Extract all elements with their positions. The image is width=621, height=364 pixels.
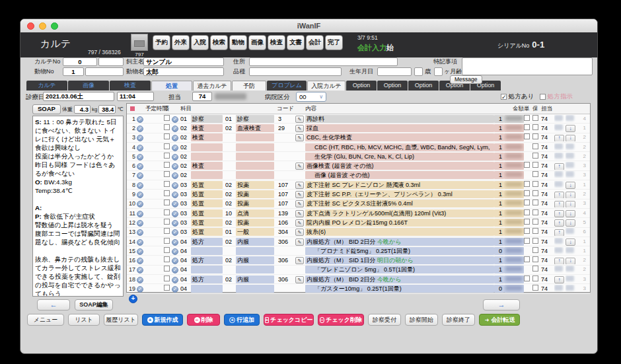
item-content[interactable]: 内服処方（M） BID 2日分 今晩から (305, 238, 494, 246)
done-checkbox-cell[interactable] (164, 200, 172, 207)
minimize-window-button[interactable] (39, 22, 46, 30)
pencil-cell[interactable]: ✎ (295, 238, 305, 246)
quantity[interactable]: 0 (494, 247, 504, 255)
category-name[interactable]: 処置 (191, 228, 223, 236)
visit-time-field[interactable]: 11:04 (117, 92, 154, 101)
done-checkbox[interactable] (164, 256, 170, 262)
category-name[interactable] (191, 247, 223, 255)
category-code[interactable]: 03 (180, 228, 191, 236)
footer-button-メニュー[interactable]: メニュー (27, 314, 64, 326)
redacted-slot[interactable] (554, 115, 563, 121)
done-check-icon[interactable]: ✓ (172, 248, 178, 255)
category-code[interactable]: 02 (180, 143, 191, 151)
insurance-checkbox[interactable] (532, 285, 538, 291)
move-up-button[interactable]: ↑ (554, 229, 564, 237)
move-up-cell[interactable] (554, 238, 566, 246)
staff-no[interactable]: 74 (541, 285, 554, 293)
row-number[interactable]: 6 (127, 162, 137, 170)
move-down-cell[interactable]: ↓ (566, 238, 577, 246)
row-number[interactable]: 15 (127, 247, 137, 255)
move-up-cell[interactable] (554, 115, 566, 123)
planned-check-cell[interactable]: ✓ (137, 285, 145, 293)
insurance-checkbox[interactable] (532, 115, 538, 121)
scheduled-time-cell[interactable] (145, 238, 164, 246)
subcategory-code[interactable]: 02 (225, 256, 236, 264)
quantity[interactable]: 1 (494, 143, 504, 151)
edit-pencil-icon[interactable]: ✎ (295, 210, 304, 217)
category-name[interactable]: 処置 (191, 200, 223, 207)
insurance-checkbox[interactable] (532, 238, 538, 244)
move-up-cell[interactable]: ↑ (554, 162, 566, 170)
category-name[interactable] (191, 171, 223, 179)
subcategory-code[interactable] (225, 171, 236, 179)
item-content[interactable]: CBC (HT, RBC, Hb, MCV, MCHC, 血漿, WBC, Ba… (305, 143, 494, 151)
subcategory-code[interactable]: 02 (225, 238, 236, 246)
insurance-checkbox[interactable] (532, 124, 538, 130)
unit-checkbox[interactable] (524, 209, 530, 215)
amount-cell[interactable] (504, 247, 524, 255)
subcategory-code[interactable]: 02 (225, 200, 236, 207)
move-down-cell[interactable]: ↓ (566, 219, 577, 227)
move-down-cell[interactable]: ↓ (566, 133, 577, 141)
move-down-cell[interactable] (566, 115, 577, 123)
subcategory-code[interactable] (225, 162, 236, 170)
table-row[interactable]: 18✓✓04処方02内服306✎内服処方（M） BID 2日分 今晩から174↑… (127, 275, 590, 284)
item-content[interactable]: 画像検査 (超音波 その他) (305, 162, 494, 170)
move-up-cell[interactable] (554, 181, 566, 189)
scheduled-time-cell[interactable] (145, 266, 164, 273)
done-checkbox-cell[interactable] (164, 153, 172, 161)
planned-check-cell[interactable]: ✓ (137, 162, 145, 170)
table-row[interactable]: 12✓✓03処置02投薬106✎院内内服 PO レメロン錠15mg 0.166T… (127, 218, 590, 227)
subcategory-name[interactable]: 投薬 (236, 219, 274, 227)
done-checkbox-cell[interactable] (164, 256, 172, 264)
subcategory-name[interactable] (236, 247, 274, 255)
insurance-checkbox-cell[interactable] (532, 124, 541, 132)
row-number[interactable]: 10 (127, 200, 137, 207)
category-name[interactable] (191, 153, 223, 161)
redacted-slot[interactable] (554, 266, 563, 272)
copy-plus-icon[interactable]: + (265, 317, 270, 323)
staff-no[interactable]: 74 (541, 115, 554, 123)
redacted-amount[interactable] (505, 229, 523, 234)
unit-checkbox-cell[interactable] (524, 181, 532, 189)
subcategory-name[interactable]: 診察 (236, 115, 274, 123)
move-up-button[interactable]: ↑ (554, 219, 564, 227)
redacted-slot[interactable] (554, 285, 563, 291)
karte-no-sub-field[interactable] (98, 57, 124, 66)
item-content[interactable]: 皮下注射 SC ビクタスS注射液5% 0.4ml (305, 200, 494, 207)
quantity[interactable]: 1 (494, 133, 504, 141)
subcategory-code[interactable]: 01 (225, 228, 236, 236)
amount-cell[interactable] (504, 124, 524, 132)
planned-check-cell[interactable]: ✓ (137, 153, 145, 161)
done-check-icon[interactable]: ✓ (172, 239, 178, 246)
soap-edit-button[interactable]: SOAP編集 (75, 299, 113, 310)
group-index[interactable]: 2 (577, 190, 586, 198)
nav-button-10[interactable]: 完了 (325, 35, 343, 50)
move-up-cell[interactable]: ↑ (554, 209, 566, 217)
subcategory-code[interactable]: 02 (225, 181, 236, 189)
scheduled-time-cell[interactable] (145, 228, 164, 236)
redacted-amount[interactable] (505, 210, 523, 215)
item-content[interactable]: CBC, 生化学検査 (305, 133, 494, 141)
move-down-cell[interactable] (566, 171, 577, 179)
done-checkbox-cell[interactable] (164, 228, 172, 236)
timing-note[interactable]: 明日の朝から (377, 257, 414, 264)
table-row[interactable]: 16✓✓04処方02内服306✎内服処方（M） SID 1日分 明日の朝から17… (127, 256, 590, 265)
planned-check-icon[interactable]: ✓ (137, 192, 143, 198)
table-row[interactable]: 11✓✓03処置10点滴139✎皮下点滴 ラクトリンゲル500ml(点滴用) 1… (127, 209, 590, 218)
redacted-amount[interactable] (505, 134, 523, 139)
pencil-cell[interactable] (295, 143, 305, 151)
insurance-checkbox-cell[interactable] (532, 153, 541, 161)
category-code[interactable]: 03 (180, 190, 191, 198)
planned-check-cell[interactable]: ✓ (137, 219, 145, 227)
unit-checkbox[interactable] (524, 200, 530, 205)
insurance-checkbox-cell[interactable] (532, 133, 541, 141)
scheduled-time-cell[interactable] (145, 285, 164, 293)
soap-note-text[interactable]: S: 11：00 鼻カテ取れた 5日に食べない、飲まない トイレに行くけど出ない… (32, 116, 124, 297)
planned-check-icon[interactable]: ✓ (137, 277, 143, 283)
table-row[interactable]: 5✓✓02生化学 (Glu, BUN, Cre, Na, K, Cl, Lip)… (127, 152, 590, 161)
unit-checkbox-cell[interactable] (524, 162, 532, 170)
category-name[interactable]: 検査 (191, 133, 223, 141)
item-content[interactable]: 画像 (超音波 その他) (305, 171, 494, 179)
quantity[interactable]: 1 (494, 256, 504, 264)
